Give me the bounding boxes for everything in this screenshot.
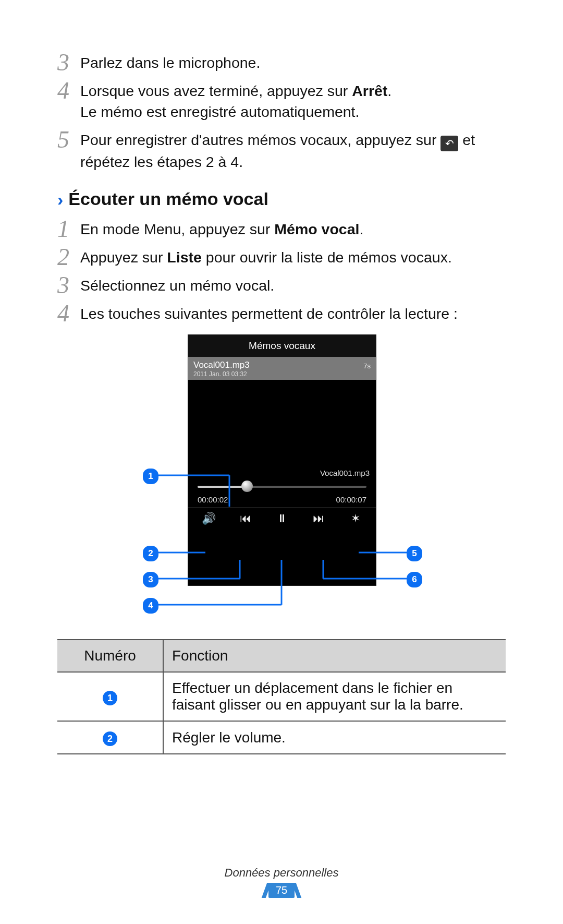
step-number: 2: [57, 247, 80, 268]
row-function: Régler le volume.: [163, 721, 506, 754]
player-controls: 🔊 ⏮ ⏸ ⏭ ✶: [188, 507, 376, 531]
step-4b: 4 Les touches suivantes permettent de co…: [57, 303, 506, 324]
step-3b: 3 Sélectionnez un mémo vocal.: [57, 275, 506, 296]
step-4: 4 Lorsque vous avez terminé, appuyez sur…: [57, 80, 506, 122]
step-3: 3 Parlez dans le microphone.: [57, 52, 506, 73]
callout-3: 3: [143, 572, 158, 587]
chevron-right-icon: ›: [57, 190, 63, 208]
step-text: Sélectionnez un mémo vocal.: [80, 275, 506, 296]
step-text: Les touches suivantes permettent de cont…: [80, 303, 506, 324]
time-total: 00:00:07: [336, 495, 366, 504]
step-number: 3: [57, 275, 80, 296]
return-icon: ↶: [440, 136, 458, 151]
step-text: Parlez dans le microphone.: [80, 52, 506, 73]
now-playing-label: Vocal001.mp3: [188, 469, 376, 478]
empty-area: [188, 380, 376, 469]
pause-icon[interactable]: ⏸: [271, 512, 293, 525]
table-header-row: Numéro Fonction: [57, 640, 506, 672]
row-number-badge: 1: [103, 691, 117, 705]
step-text: En mode Menu, appuyez sur Mémo vocal.: [80, 219, 506, 239]
time-elapsed: 00:00:02: [198, 495, 228, 504]
step-number: 3: [57, 52, 80, 73]
callout-2: 2: [143, 546, 158, 561]
function-table: Numéro Fonction 1 Effectuer un déplaceme…: [57, 639, 506, 754]
step-1: 1 En mode Menu, appuyez sur Mémo vocal.: [57, 219, 506, 239]
step-text: Appuyez sur Liste pour ouvrir la liste d…: [80, 247, 506, 268]
table-row: 2 Régler le volume.: [57, 721, 506, 754]
page-number: 75: [268, 883, 295, 898]
more-icon[interactable]: ✶: [344, 512, 367, 525]
player-screenshot-figure: Mémos vocaux Vocal001.mp3 2011 Jan. 03 0…: [136, 334, 427, 627]
screen-title: Mémos vocaux: [188, 335, 376, 357]
memo-name: Vocal001.mp3: [193, 360, 371, 370]
callout-4: 4: [143, 598, 158, 614]
row-function: Effectuer un déplacement dans le fichier…: [163, 672, 506, 721]
callout-1: 1: [143, 469, 158, 484]
progress-slider[interactable]: [198, 482, 366, 492]
volume-icon[interactable]: 🔊: [197, 512, 220, 525]
callout-5: 5: [407, 546, 422, 561]
callout-6: 6: [407, 572, 422, 587]
next-icon[interactable]: ⏭: [307, 512, 330, 525]
memo-duration: 7s: [363, 362, 371, 370]
col-header-function: Fonction: [163, 640, 506, 672]
table-row: 1 Effectuer un déplacement dans le fichi…: [57, 672, 506, 721]
player-screenshot: Mémos vocaux Vocal001.mp3 2011 Jan. 03 0…: [188, 334, 376, 586]
col-header-number: Numéro: [57, 640, 163, 672]
step-number: 4: [57, 303, 80, 324]
memo-list-item[interactable]: Vocal001.mp3 2011 Jan. 03 03:32 7s: [188, 357, 376, 380]
memo-date: 2011 Jan. 03 03:32: [193, 370, 371, 378]
page-footer: Données personnelles 75: [0, 866, 563, 898]
step-number: 4: [57, 80, 80, 101]
step-number: 1: [57, 219, 80, 239]
row-number-badge: 2: [103, 731, 117, 746]
previous-icon[interactable]: ⏮: [234, 512, 257, 525]
step-2: 2 Appuyez sur Liste pour ouvrir la liste…: [57, 247, 506, 268]
manual-page: 3 Parlez dans le microphone. 4 Lorsque v…: [0, 0, 563, 924]
footer-section-name: Données personnelles: [0, 866, 563, 880]
steps-group-b: 1 En mode Menu, appuyez sur Mémo vocal. …: [57, 219, 506, 324]
section-heading: › Écouter un mémo vocal: [57, 189, 506, 209]
time-readout: 00:00:02 00:00:07: [188, 494, 376, 507]
step-text: Pour enregistrer d'autres mémos vocaux, …: [80, 129, 506, 172]
step-text: Lorsque vous avez terminé, appuyez sur A…: [80, 80, 506, 122]
step-5: 5 Pour enregistrer d'autres mémos vocaux…: [57, 129, 506, 172]
step-number: 5: [57, 129, 80, 150]
steps-group-a: 3 Parlez dans le microphone. 4 Lorsque v…: [57, 52, 506, 172]
section-title: Écouter un mémo vocal: [68, 189, 268, 209]
